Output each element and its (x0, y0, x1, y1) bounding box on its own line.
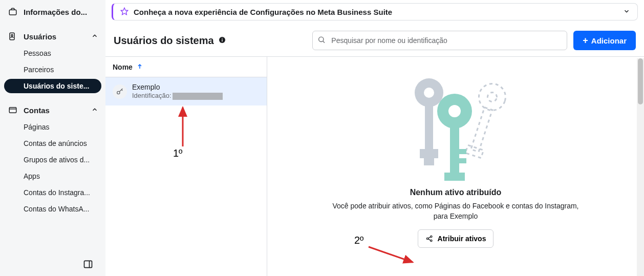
scrollbar-thumb[interactable] (638, 58, 643, 104)
svg-rect-23 (465, 145, 483, 158)
user-list-pane: Nome Exemplo Identificação: (105, 56, 267, 276)
main: Conheça a nova experiência de Configuraç… (105, 0, 644, 276)
sidebar-item-label: Usuários do siste... (24, 82, 89, 90)
sidebar-section-accounts[interactable]: Contas (0, 101, 105, 119)
chevron-up-icon (91, 106, 98, 115)
sort-asc-icon (137, 63, 143, 71)
svg-rect-0 (9, 10, 16, 15)
detail-pane: Nenhum ativo atribuído Você pode atribui… (267, 56, 644, 276)
list-item-id-value (173, 93, 223, 100)
sidebar-section-label: Usuários (24, 32, 56, 41)
sidebar-item-label: Apps (24, 172, 40, 180)
share-icon (425, 235, 434, 243)
add-button[interactable]: + Adicionar (573, 31, 636, 50)
chevron-down-icon (623, 8, 630, 16)
sidebar-item-partners[interactable]: Parceiros (0, 61, 105, 78)
sidebar-item-pages[interactable]: Páginas (0, 119, 105, 135)
svg-marker-7 (121, 8, 127, 14)
key-icon (113, 84, 127, 99)
sidebar-item-ad-accounts[interactable]: Contas de anúncios (0, 135, 105, 152)
list-item-id-label: Identificação: (132, 92, 171, 100)
svg-rect-26 (450, 125, 459, 177)
accounts-icon (7, 105, 18, 115)
info-icon[interactable] (218, 35, 226, 47)
svg-point-21 (486, 91, 498, 103)
svg-point-16 (424, 88, 434, 98)
svg-rect-17 (425, 104, 433, 153)
add-button-label: Adicionar (591, 36, 627, 45)
svg-point-25 (448, 105, 461, 117)
search-input[interactable] (312, 31, 567, 50)
sidebar-item-asset-groups[interactable]: Grupos de ativos d... (0, 152, 105, 168)
collapse-sidebar-button[interactable] (83, 259, 93, 271)
sidebar-item-business-info[interactable]: Informações do... (0, 3, 105, 20)
banner-text: Conheça a nova experiência de Configuraç… (134, 8, 623, 16)
svg-rect-3 (9, 108, 16, 113)
svg-rect-5 (84, 261, 92, 267)
svg-rect-19 (424, 158, 434, 165)
info-banner[interactable]: Conheça a nova experiência de Configuraç… (112, 3, 638, 20)
sidebar-item-label: Contas do WhatsA... (24, 205, 89, 213)
scrollbar[interactable] (637, 58, 644, 276)
svg-rect-29 (459, 158, 466, 163)
svg-rect-27 (444, 173, 465, 181)
sidebar-item-label: Páginas (24, 123, 50, 131)
chevron-up-icon (91, 32, 98, 41)
sidebar-item-label: Contas de anúncios (24, 139, 87, 147)
sidebar-item-label: Pessoas (24, 49, 51, 57)
page-title: Usuários do sistema (114, 35, 226, 47)
assign-button-label: Atribuir ativos (438, 235, 486, 243)
sidebar-item-apps[interactable]: Apps (0, 168, 105, 184)
svg-line-34 (428, 239, 431, 241)
sidebar-item-system-users[interactable]: Usuários do siste... (0, 78, 105, 94)
sidebar-section-label: Contas (24, 106, 50, 115)
svg-point-14 (117, 91, 120, 94)
empty-title: Nenhum ativo atribuído (410, 188, 502, 197)
sidebar: Informações do... Usuários Pessoas Parce… (0, 0, 105, 276)
column-header-name: Nome (113, 63, 133, 71)
users-icon (7, 32, 18, 41)
sidebar-section-users[interactable]: Usuários (0, 28, 105, 45)
svg-line-33 (428, 237, 431, 239)
svg-rect-22 (471, 108, 492, 152)
star-icon (120, 7, 128, 17)
sidebar-item-label: Parceiros (24, 66, 54, 74)
list-item-name: Exemplo (132, 82, 223, 92)
sidebar-item-instagram[interactable]: Contas do Instagra... (0, 184, 105, 201)
svg-point-20 (476, 80, 509, 114)
svg-line-12 (323, 41, 325, 43)
briefcase-icon (7, 7, 18, 16)
keys-illustration (394, 72, 517, 185)
assign-assets-button[interactable]: Atribuir ativos (418, 229, 494, 248)
plus-icon: + (583, 36, 588, 45)
list-item[interactable]: Exemplo Identificação: (105, 77, 267, 105)
svg-rect-18 (420, 149, 438, 158)
sidebar-item-label: Informações do... (24, 8, 87, 16)
svg-point-11 (319, 37, 324, 41)
sidebar-item-label: Contas do Instagra... (24, 188, 90, 197)
svg-rect-10 (222, 38, 222, 38)
sidebar-item-label: Grupos de ativos d... (24, 156, 90, 164)
empty-body: Você pode atribuir ativos, como Páginas … (333, 201, 579, 221)
search-icon (317, 36, 326, 46)
svg-rect-9 (222, 39, 222, 41)
svg-point-2 (11, 34, 13, 36)
svg-rect-28 (459, 149, 466, 154)
list-header[interactable]: Nome (105, 57, 267, 77)
sidebar-item-whatsapp[interactable]: Contas do WhatsA... (0, 201, 105, 217)
sidebar-item-people[interactable]: Pessoas (0, 45, 105, 61)
